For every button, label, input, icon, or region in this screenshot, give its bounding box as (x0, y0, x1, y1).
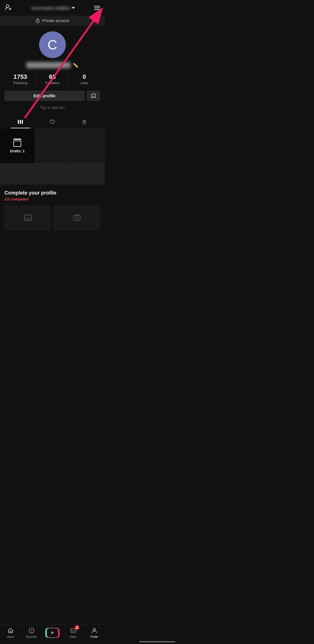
liked-tab-icon (49, 119, 55, 125)
complete-profile-progress: 2/3 completed (4, 197, 100, 201)
stats-row: 1753 Following 68 Followers 0 Likes (4, 73, 100, 85)
followers-label: Followers (45, 81, 59, 85)
content-grid: Drafts: 1 (0, 129, 105, 184)
bookmark-button[interactable] (87, 91, 100, 101)
private-tab-icon (81, 119, 87, 125)
likes-stat[interactable]: 0 Likes (68, 73, 100, 85)
lock-icon (35, 18, 40, 23)
tab-private[interactable] (68, 115, 100, 128)
tab-videos[interactable] (4, 115, 36, 128)
following-count: 1753 (13, 73, 27, 80)
complete-card-2[interactable] (54, 205, 100, 230)
private-account-banner: Private account (0, 16, 105, 26)
drafts-icon (13, 139, 21, 147)
videos-tab-icon (17, 119, 23, 125)
username-dropdown[interactable]: username hidden (32, 6, 75, 10)
profile-tabs (4, 115, 100, 129)
menu-button[interactable] (94, 6, 100, 10)
progress-label: completed (11, 197, 29, 201)
username-row: username hidden ✏️ (26, 62, 78, 68)
camera-icon (72, 213, 81, 222)
following-stat[interactable]: 1753 Following (4, 73, 36, 85)
svg-rect-6 (18, 120, 19, 124)
edit-profile-button[interactable]: Edit profile (4, 91, 85, 101)
header-username: username hidden (32, 6, 70, 10)
svg-rect-10 (25, 215, 31, 221)
followers-stat[interactable]: 68 Followers (36, 73, 68, 85)
edit-username-icon[interactable]: ✏️ (73, 63, 78, 68)
svg-point-0 (6, 5, 9, 8)
header: username hidden (0, 0, 105, 16)
add-friend-button[interactable] (4, 3, 12, 12)
complete-cards (4, 205, 100, 230)
svg-point-13 (75, 217, 78, 219)
profile-photo-icon (23, 213, 32, 222)
svg-rect-9 (83, 122, 86, 124)
grid-item-2[interactable] (35, 129, 69, 163)
complete-profile-section: Complete your profile 2/3 completed (0, 184, 105, 235)
svg-rect-7 (20, 120, 21, 124)
following-label: Following (13, 81, 27, 85)
svg-rect-8 (22, 120, 23, 124)
bio-placeholder[interactable]: Tap to add bio (40, 105, 65, 110)
grid-item-3[interactable] (70, 129, 105, 163)
likes-count: 0 (83, 73, 86, 80)
drafts-cell[interactable]: Drafts: 1 (0, 129, 35, 163)
private-account-text: Private account (42, 18, 69, 23)
chevron-down-icon (72, 7, 75, 9)
complete-profile-title: Complete your profile (4, 190, 100, 196)
action-buttons: Edit profile (4, 91, 100, 101)
profile-section: C username hidden ✏️ 1753 Following 68 F… (0, 26, 105, 129)
avatar[interactable]: C (39, 31, 66, 58)
tab-liked[interactable] (36, 115, 68, 128)
complete-card-1[interactable] (4, 205, 51, 230)
drafts-label: Drafts: 1 (10, 149, 25, 153)
svg-rect-11 (25, 215, 31, 221)
progress-fraction: 2/3 (4, 197, 9, 201)
followers-count: 68 (49, 73, 56, 80)
bookmark-icon (91, 93, 96, 99)
likes-label: Likes (80, 81, 88, 85)
profile-username: username hidden (26, 62, 71, 68)
svg-rect-12 (73, 216, 80, 221)
